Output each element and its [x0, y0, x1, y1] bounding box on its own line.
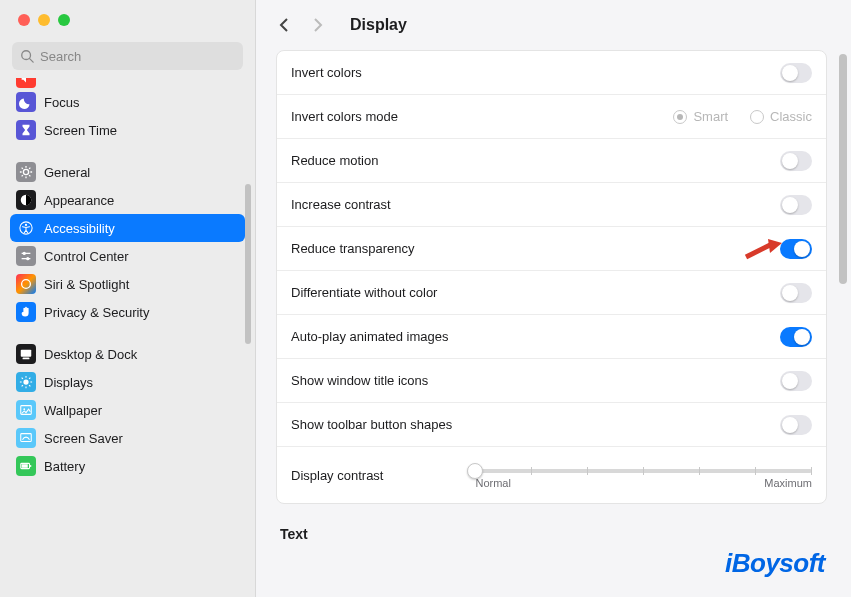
toggle-increase-contrast[interactable] — [780, 195, 812, 215]
search-field-wrap — [12, 42, 243, 70]
sidebar-item-general[interactable]: General — [10, 158, 245, 186]
minimize-window-button[interactable] — [38, 14, 50, 26]
svg-line-20 — [29, 378, 30, 379]
sidebar-item-battery[interactable]: Battery — [10, 452, 245, 480]
setting-row-reduce-transparency: Reduce transparency — [277, 227, 826, 271]
toggle-reduce-transparency[interactable] — [780, 239, 812, 259]
setting-label: Reduce motion — [291, 153, 378, 168]
radio-classic[interactable]: Classic — [750, 109, 812, 124]
svg-point-9 — [26, 257, 29, 260]
search-icon — [20, 49, 34, 63]
svg-line-19 — [29, 385, 30, 386]
setting-label: Invert colors mode — [291, 109, 398, 124]
slider-max-label: Maximum — [764, 477, 812, 489]
svg-rect-27 — [22, 464, 28, 468]
setting-label: Show toolbar button shapes — [291, 417, 452, 432]
back-button[interactable] — [276, 17, 292, 33]
svg-line-21 — [22, 385, 23, 386]
dock-icon — [16, 344, 36, 364]
sidebar-item-accessibility[interactable]: Accessibility — [10, 214, 245, 242]
radio-dot — [673, 110, 687, 124]
setting-row-auto-play-animated-images: Auto-play animated images — [277, 315, 826, 359]
setting-row-invert-colors: Invert colors — [277, 51, 826, 95]
siri-icon — [16, 274, 36, 294]
setting-label: Auto-play animated images — [291, 329, 449, 344]
toggle-auto-play-animated-images[interactable] — [780, 327, 812, 347]
window-controls — [0, 0, 255, 36]
sidebar-item-screen-saver[interactable]: Screen Saver — [10, 424, 245, 452]
hand-icon — [16, 302, 36, 322]
sidebar-item-label: Appearance — [44, 193, 114, 208]
search-input[interactable] — [12, 42, 243, 70]
sidebar-item-screen-time[interactable]: Screen Time — [10, 116, 245, 144]
toggle-show-toolbar-button-shapes[interactable] — [780, 415, 812, 435]
close-window-button[interactable] — [18, 14, 30, 26]
sidebar-item-label: Screen Time — [44, 123, 117, 138]
sidebar-item-label: General — [44, 165, 90, 180]
setting-row-increase-contrast: Increase contrast — [277, 183, 826, 227]
radio-label: Smart — [693, 109, 728, 124]
setting-label: Display contrast — [291, 468, 383, 483]
setting-label: Invert colors — [291, 65, 362, 80]
svg-line-1 — [30, 59, 34, 63]
svg-rect-12 — [23, 358, 30, 360]
sidebar-item-desktop-dock[interactable]: Desktop & Dock — [10, 340, 245, 368]
setting-label: Reduce transparency — [291, 241, 415, 256]
sidebar-item-label: Screen Saver — [44, 431, 123, 446]
svg-line-18 — [22, 378, 23, 379]
svg-rect-26 — [30, 465, 31, 467]
toggle-invert-colors[interactable] — [780, 63, 812, 83]
setting-label: Differentiate without color — [291, 285, 437, 300]
setting-row-show-window-title-icons: Show window title icons — [277, 359, 826, 403]
sidebar-item-label: Focus — [44, 95, 79, 110]
setting-row-differentiate-without-color: Differentiate without color — [277, 271, 826, 315]
sidebar-item-sound[interactable] — [10, 78, 245, 88]
sidebar: FocusScreen Time GeneralAppearanceAccess… — [0, 0, 256, 597]
sidebar-item-label: Desktop & Dock — [44, 347, 137, 362]
zoom-window-button[interactable] — [58, 14, 70, 26]
sidebar-item-displays[interactable]: Displays — [10, 368, 245, 396]
setting-row-show-toolbar-button-shapes: Show toolbar button shapes — [277, 403, 826, 447]
main-scrollbar[interactable] — [839, 54, 847, 284]
toggle-reduce-motion[interactable] — [780, 151, 812, 171]
screensaver-icon — [16, 428, 36, 448]
hourglass-icon — [16, 120, 36, 140]
sound-icon — [16, 78, 36, 88]
battery-icon — [16, 456, 36, 476]
content: Invert colorsInvert colors modeSmartClas… — [256, 50, 851, 597]
sidebar-item-privacy-security[interactable]: Privacy & Security — [10, 298, 245, 326]
watermark: iBoysoft — [725, 548, 825, 579]
sidebar-item-label: Siri & Spotlight — [44, 277, 129, 292]
sun-icon — [16, 372, 36, 392]
radio-group: SmartClassic — [673, 109, 812, 124]
sidebar-item-control-center[interactable]: Control Center — [10, 242, 245, 270]
annotation-arrow — [744, 237, 784, 264]
setting-row-invert-colors-mode: Invert colors modeSmartClassic — [277, 95, 826, 139]
forward-button[interactable] — [310, 17, 326, 33]
wallpaper-icon — [16, 400, 36, 420]
sidebar-item-label: Battery — [44, 459, 85, 474]
sidebar-item-focus[interactable]: Focus — [10, 88, 245, 116]
toggle-show-window-title-icons[interactable] — [780, 371, 812, 391]
sidebar-item-wallpaper[interactable]: Wallpaper — [10, 396, 245, 424]
radio-smart[interactable]: Smart — [673, 109, 728, 124]
main-scrollbar-track — [839, 54, 847, 591]
sidebar-item-label: Wallpaper — [44, 403, 102, 418]
sidebar-item-label: Accessibility — [44, 221, 115, 236]
toggle-differentiate-without-color[interactable] — [780, 283, 812, 303]
slider-display-contrast[interactable]: NormalMaximum — [395, 455, 812, 495]
radio-label: Classic — [770, 109, 812, 124]
sidebar-scrollbar[interactable] — [245, 184, 251, 344]
main-panel: Display Invert colorsInvert colors modeS… — [256, 0, 851, 597]
sliders-icon — [16, 246, 36, 266]
setting-label: Show window title icons — [291, 373, 428, 388]
sidebar-item-appearance[interactable]: Appearance — [10, 186, 245, 214]
slider-knob[interactable] — [467, 463, 483, 479]
header: Display — [256, 0, 851, 50]
section-heading-text: Text — [280, 526, 823, 542]
sidebar-item-siri-spotlight[interactable]: Siri & Spotlight — [10, 270, 245, 298]
moon-icon — [16, 92, 36, 112]
svg-point-13 — [23, 379, 28, 384]
svg-point-8 — [23, 252, 26, 255]
setting-label: Increase contrast — [291, 197, 391, 212]
